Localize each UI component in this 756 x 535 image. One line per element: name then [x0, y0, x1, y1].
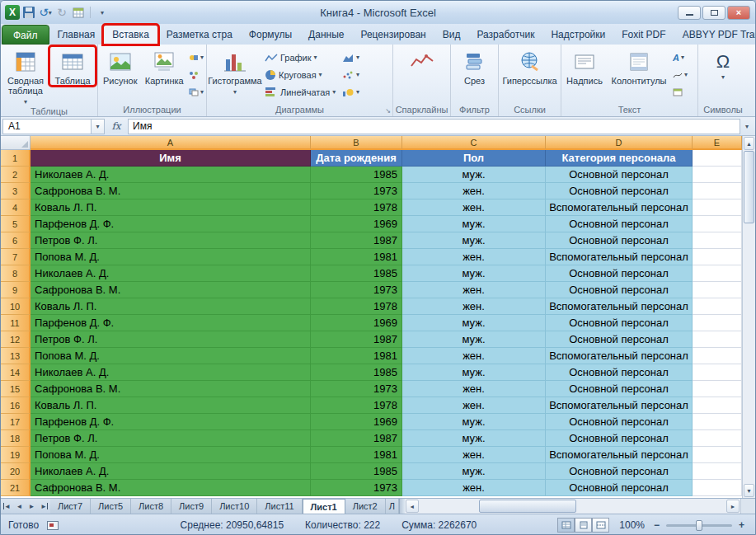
cell[interactable] — [693, 183, 742, 199]
row-header-19[interactable]: 19 — [1, 447, 31, 463]
sheet-tab-8[interactable]: Л — [386, 499, 399, 514]
select-all-button[interactable] — [1, 136, 31, 150]
cell[interactable]: муж. — [402, 216, 546, 232]
row-header-11[interactable]: 11 — [1, 315, 31, 331]
cell[interactable]: жен. — [402, 298, 546, 315]
macro-record-icon[interactable] — [47, 521, 59, 530]
scroll-up-button[interactable]: ▲ — [744, 137, 754, 150]
hyperlink-button[interactable]: Гиперссылка — [500, 46, 560, 86]
cell[interactable]: Сафронова В. М. — [31, 183, 311, 199]
cell[interactable]: Категория персонала — [546, 150, 693, 167]
smartart-button[interactable] — [187, 68, 205, 82]
line-chart-button[interactable]: График ▾ — [262, 49, 340, 66]
cell[interactable] — [693, 414, 742, 430]
cell[interactable]: Николаев А. Д. — [31, 463, 311, 480]
pivot-table-button[interactable]: Сводная таблица▾ — [2, 46, 49, 106]
cell[interactable]: Коваль Л. П. — [31, 397, 311, 414]
cell[interactable]: Вспомогательный персонал — [546, 199, 693, 216]
cell[interactable] — [693, 447, 742, 463]
cell[interactable]: Попова М. Д. — [31, 348, 311, 364]
cell[interactable]: 1985 — [311, 167, 402, 183]
cell[interactable]: Петров Ф. Л. — [31, 331, 311, 348]
wordart-button[interactable]: А▾ — [671, 50, 689, 65]
cell[interactable] — [693, 331, 742, 348]
zoom-slider-thumb[interactable] — [696, 520, 702, 531]
textbox-button[interactable]: Надпись — [562, 46, 607, 86]
cell[interactable]: Сафронова В. М. — [31, 381, 311, 397]
cell[interactable] — [693, 282, 742, 298]
row-header-7[interactable]: 7 — [1, 249, 31, 265]
column-header-D[interactable]: D — [546, 136, 693, 150]
expand-formula-bar-button[interactable]: ▾ — [740, 119, 754, 134]
screenshot-button[interactable]: ▾ — [187, 85, 205, 100]
row-header-8[interactable]: 8 — [1, 265, 31, 282]
previous-sheet-button[interactable]: ◄ — [13, 499, 26, 514]
cell[interactable]: жен. — [402, 249, 546, 265]
zoom-out-button[interactable]: − — [651, 519, 662, 531]
cell[interactable] — [693, 298, 742, 315]
row-header-14[interactable]: 14 — [1, 364, 31, 381]
cell[interactable]: муж. — [402, 463, 546, 480]
row-header-12[interactable]: 12 — [1, 331, 31, 348]
cell[interactable] — [693, 430, 742, 447]
scatter-chart-button[interactable]: ▾ — [340, 66, 376, 83]
cell[interactable]: Вспомогательный персонал — [546, 397, 693, 414]
sheet-tab-4[interactable]: Лист10 — [212, 499, 257, 514]
ribbon-tab-3[interactable]: Разметка стра — [158, 26, 241, 45]
cell[interactable]: 1973 — [311, 480, 402, 496]
ribbon-tab-1[interactable]: Главная — [49, 26, 104, 45]
row-header-16[interactable]: 16 — [1, 397, 31, 414]
row-header-15[interactable]: 15 — [1, 381, 31, 397]
cell[interactable]: жен. — [402, 447, 546, 463]
cell[interactable]: муж. — [402, 331, 546, 348]
redo-button[interactable]: ↻ — [54, 4, 69, 21]
table-quick-button[interactable] — [71, 4, 86, 21]
cell[interactable]: Вспомогательный персонал — [546, 348, 693, 364]
cell[interactable] — [693, 265, 742, 282]
cell[interactable]: Николаев А. Д. — [31, 167, 311, 183]
vertical-scrollbar[interactable]: ▲ ▼ — [742, 136, 755, 498]
cell[interactable] — [693, 397, 742, 414]
cell[interactable]: Коваль Л. П. — [31, 199, 311, 216]
cell[interactable]: Петров Ф. Л. — [31, 430, 311, 447]
excel-logo-icon[interactable]: X — [5, 4, 20, 21]
area-chart-button[interactable]: ▾ — [340, 49, 376, 66]
cell[interactable]: Николаев А. Д. — [31, 265, 311, 282]
cell[interactable]: Петров Ф. Л. — [31, 232, 311, 249]
next-sheet-button[interactable]: ► — [26, 499, 38, 514]
cell[interactable]: Основной персонал — [546, 216, 693, 232]
page-break-view-button[interactable] — [592, 518, 609, 533]
row-header-20[interactable]: 20 — [1, 463, 31, 480]
cell[interactable]: жен. — [402, 397, 546, 414]
cell[interactable]: 1969 — [311, 315, 402, 331]
cell[interactable]: Вспомогательный персонал — [546, 447, 693, 463]
pie-chart-button[interactable]: Круговая ▾ — [262, 66, 340, 83]
cell[interactable]: 1981 — [311, 447, 402, 463]
cell[interactable]: муж. — [402, 315, 546, 331]
cell[interactable]: 1985 — [311, 463, 402, 480]
cell[interactable]: Попова М. Д. — [31, 249, 311, 265]
cell[interactable]: Сафронова В. М. — [31, 282, 311, 298]
cell[interactable]: жен. — [402, 480, 546, 496]
dialog-launcher-icon[interactable]: ↘ — [385, 107, 391, 115]
cell[interactable]: жен. — [402, 282, 546, 298]
row-header-9[interactable]: 9 — [1, 282, 31, 298]
ribbon-tab-10[interactable]: Foxit PDF — [613, 26, 674, 45]
cell[interactable]: Имя — [31, 150, 311, 167]
row-header-2[interactable]: 2 — [1, 167, 31, 183]
cell[interactable] — [693, 364, 742, 381]
row-header-6[interactable]: 6 — [1, 232, 31, 249]
cell[interactable]: 1981 — [311, 348, 402, 364]
ribbon-tab-11[interactable]: ABBYY PDF Trar — [674, 26, 756, 45]
cell[interactable]: 1978 — [311, 199, 402, 216]
picture-button[interactable]: Рисунок — [99, 46, 142, 86]
cell[interactable]: Основной персонал — [546, 480, 693, 496]
row-header-3[interactable]: 3 — [1, 183, 31, 199]
cell[interactable]: 1987 — [311, 232, 402, 249]
cell[interactable] — [693, 199, 742, 216]
cell[interactable]: Основной персонал — [546, 414, 693, 430]
page-layout-view-button[interactable] — [575, 518, 592, 533]
insert-function-button[interactable]: fx — [105, 119, 128, 134]
cell[interactable]: Основной персонал — [546, 183, 693, 199]
cell[interactable]: муж. — [402, 364, 546, 381]
